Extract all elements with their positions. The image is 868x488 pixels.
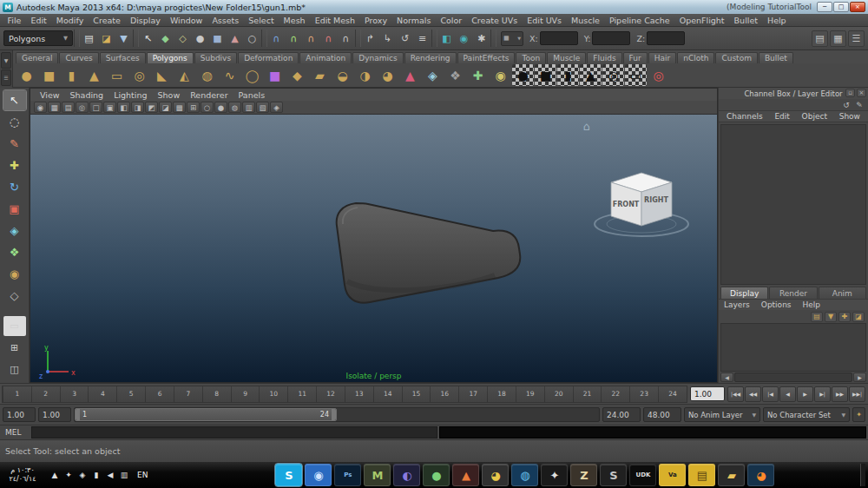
taskbar-app-icon[interactable]: Ps: [334, 464, 361, 486]
channel-box-menu-item[interactable]: Channels: [727, 112, 763, 121]
toolbox-tool-icon[interactable]: ✚: [3, 155, 26, 175]
tray-icon[interactable]: ▲: [49, 471, 60, 479]
taskbar-app-icon[interactable]: ✦: [541, 464, 568, 486]
taskbar-app-icon[interactable]: ◕: [482, 464, 509, 486]
panel-menu-item[interactable]: Shading: [65, 90, 109, 100]
command-input[interactable]: [31, 426, 437, 439]
taskbar-app-icon[interactable]: ▰: [718, 464, 745, 486]
panel-toolbar-icon[interactable]: ⊞: [187, 102, 200, 113]
shelf-tab[interactable]: nCloth: [677, 52, 714, 63]
file-icon[interactable]: ◪: [98, 30, 115, 47]
timeline-frame[interactable]: 19: [516, 386, 544, 402]
gun-model[interactable]: [321, 195, 529, 312]
panel-toolbar-icon[interactable]: ○: [201, 102, 214, 113]
panel-toolbar-icon[interactable]: ◪: [159, 102, 172, 113]
shelf-tab[interactable]: Curves: [59, 52, 98, 63]
taskbar-app-icon[interactable]: S: [600, 464, 627, 486]
shelf-tab[interactable]: General: [16, 52, 58, 63]
shelf-tool-icon[interactable]: ◭: [174, 64, 195, 86]
shelf-tool-icon[interactable]: ▭: [106, 64, 128, 86]
menu-item[interactable]: Bullet: [729, 16, 762, 25]
shelf-tool-icon[interactable]: ◉: [490, 64, 511, 86]
timeline-frame[interactable]: 21: [573, 386, 602, 402]
shelf-tool-icon[interactable]: ◣: [151, 64, 173, 86]
toolbox-tool-icon[interactable]: ◉: [3, 264, 26, 284]
y-input[interactable]: [592, 31, 630, 45]
shelf-tab[interactable]: Toon: [516, 52, 546, 63]
taskbar-app-icon[interactable]: ▤: [688, 464, 715, 486]
playback-button[interactable]: |◀◀: [727, 386, 744, 402]
menu-item[interactable]: Assets: [207, 16, 244, 25]
snap-magnet-icon[interactable]: ∩: [286, 30, 302, 47]
timeline-frame[interactable]: 24: [658, 386, 687, 402]
snap-magnet-icon[interactable]: ∩: [320, 30, 337, 47]
panel-menu-item[interactable]: Show: [153, 90, 186, 100]
panel-toolbar-icon[interactable]: ▩: [173, 102, 186, 113]
shelf-tool-icon[interactable]: ∿: [219, 64, 240, 86]
shelf-tool-icon[interactable]: ◎: [128, 64, 150, 86]
menu-item[interactable]: OpenFlight: [674, 16, 729, 25]
home-icon[interactable]: ⌂: [583, 120, 590, 133]
channel-box-tool-icon[interactable]: ↺: [841, 101, 852, 109]
shelf-tool-icon[interactable]: ◑: [354, 64, 376, 86]
playback-button[interactable]: ◀: [779, 386, 796, 402]
menu-item[interactable]: Mesh: [279, 16, 310, 25]
playback-button[interactable]: ◀◀: [745, 386, 761, 402]
playback-button[interactable]: ▶▶|: [849, 386, 865, 402]
panel-toolbar-icon[interactable]: ▥: [242, 102, 255, 113]
input-field-selector[interactable]: ▦ ▼: [501, 31, 523, 46]
timeline-frame[interactable]: 9: [231, 386, 260, 402]
panel-toolbar-icon[interactable]: ▤: [62, 102, 75, 113]
shelf-tool-icon[interactable]: ●: [512, 64, 534, 86]
timeline-frame[interactable]: 20: [544, 386, 573, 402]
shelf-tab-arrow-button[interactable]: ▼: [1, 52, 11, 69]
shelf-tool-icon[interactable]: ◆: [286, 64, 308, 86]
shelf-tab[interactable]: Deformation: [238, 52, 299, 63]
panel-menu-item[interactable]: View: [35, 90, 65, 100]
snap-magnet-icon[interactable]: ∩: [338, 30, 354, 47]
panel-toolbar-icon[interactable]: ◉: [34, 102, 47, 113]
taskbar-app-icon[interactable]: S: [275, 464, 302, 486]
shelf-tool-icon[interactable]: ▮: [61, 64, 82, 86]
layout-button[interactable]: ⊞: [3, 338, 26, 358]
shelf-tool-icon[interactable]: ◕: [377, 64, 398, 86]
animation-start-field[interactable]: 1.00: [3, 407, 36, 422]
selection-mask-icon[interactable]: ◇: [174, 30, 191, 47]
layer-toolbar-icon[interactable]: ◪: [852, 312, 865, 322]
playback-end-field[interactable]: 24.00: [602, 407, 641, 422]
menu-item[interactable]: File: [3, 16, 26, 25]
playback-button[interactable]: ▶▶: [832, 386, 848, 402]
layer-toolbar-icon[interactable]: ▤: [811, 312, 823, 322]
menu-item[interactable]: Display: [125, 16, 165, 25]
timeline-frame[interactable]: 13: [345, 386, 373, 402]
shelf-tool-icon[interactable]: ❖: [444, 64, 466, 86]
render-icon[interactable]: ◧: [438, 30, 455, 47]
timeline-frame[interactable]: 22: [601, 386, 629, 402]
selection-mask-icon[interactable]: ○: [244, 30, 260, 47]
layer-list-area[interactable]: [720, 323, 866, 372]
timeline-frame[interactable]: 23: [629, 386, 658, 402]
shelf-tool-icon[interactable]: ✚: [467, 64, 489, 86]
shelf-tab[interactable]: Bullet: [759, 52, 793, 63]
shelf-tab[interactable]: Surfaces: [100, 52, 146, 63]
taskbar-app-icon[interactable]: Z: [570, 464, 597, 486]
menu-item[interactable]: Window: [165, 16, 207, 25]
timeline-frame[interactable]: 6: [145, 386, 174, 402]
menu-item[interactable]: Edit: [26, 16, 51, 25]
menu-item[interactable]: Normals: [392, 16, 436, 25]
file-icon[interactable]: ▼: [115, 30, 132, 47]
character-set-dropdown[interactable]: No Character Set ▼: [763, 407, 850, 422]
taskbar-app-icon[interactable]: ◍: [511, 464, 538, 486]
shelf-tab[interactable]: Subdivs: [194, 52, 237, 63]
timeline-frame[interactable]: 4: [88, 386, 116, 402]
toolbox-tool-icon[interactable]: ▣: [3, 199, 26, 219]
render-icon[interactable]: ✱: [473, 30, 490, 47]
taskbar-app-icon[interactable]: ◕: [747, 464, 774, 486]
scroll-right-button[interactable]: ▶: [853, 373, 866, 382]
panel-toolbar-icon[interactable]: ▦: [48, 102, 61, 113]
shelf-tool-icon[interactable]: ▲: [399, 64, 421, 86]
panel-header-icon[interactable]: ×: [857, 89, 866, 97]
panel-toolbar-icon[interactable]: ◨: [131, 102, 144, 113]
timeline-frame[interactable]: 8: [202, 386, 231, 402]
timeline-frame[interactable]: 17: [458, 386, 487, 402]
